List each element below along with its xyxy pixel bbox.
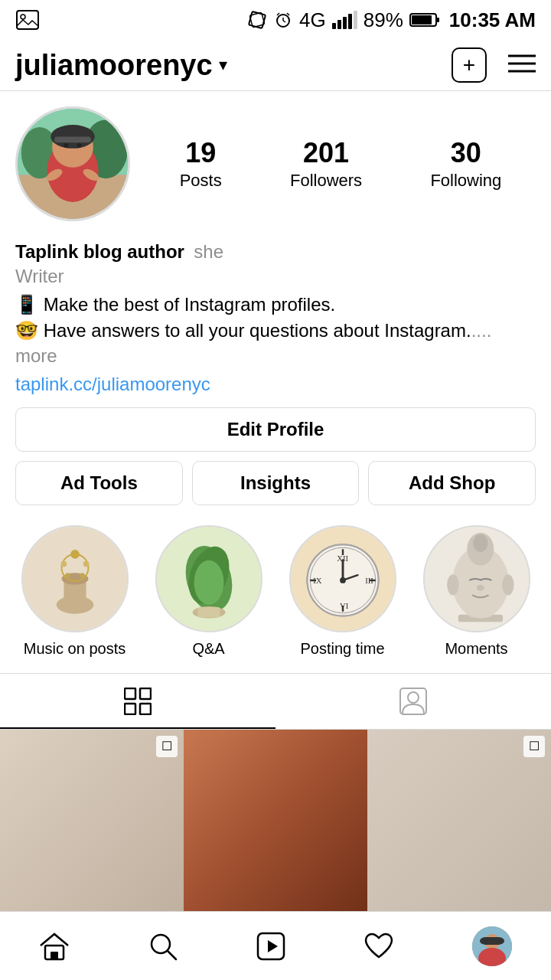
edit-profile-button[interactable]: Edit Profile <box>15 407 536 452</box>
plus-icon: + <box>463 53 475 77</box>
avatar[interactable] <box>15 106 130 221</box>
profile-section: 19 Posts 201 Followers 30 Following <box>0 91 551 241</box>
profile-stats: 19 Posts 201 Followers 30 Following <box>145 137 536 191</box>
bio-name-line: Taplink blog author she <box>15 241 536 263</box>
posts-label: Posts <box>180 171 222 191</box>
svg-rect-72 <box>125 704 135 714</box>
dropdown-arrow-icon[interactable]: ▾ <box>219 55 227 75</box>
svg-rect-71 <box>140 688 151 699</box>
svg-text:III: III <box>365 576 373 585</box>
svg-rect-24 <box>54 136 91 142</box>
alarm-icon <box>273 10 293 30</box>
svg-line-8 <box>287 13 289 15</box>
svg-line-6 <box>283 21 285 22</box>
status-left <box>15 9 40 31</box>
add-shop-button[interactable]: Add Shop <box>368 461 536 505</box>
bio-link[interactable]: taplink.cc/juliamoorenyc <box>15 374 536 395</box>
svg-point-43 <box>194 560 223 604</box>
grid-cell-3[interactable]: ☐ <box>367 730 551 913</box>
svg-line-7 <box>277 13 279 15</box>
svg-line-79 <box>168 951 176 959</box>
nav-avatar <box>472 926 512 966</box>
svg-point-25 <box>64 143 68 148</box>
highlight-label-music: Music on posts <box>24 640 126 658</box>
tab-grid[interactable] <box>0 674 276 729</box>
bio-section: Taplink blog author she Writer 📱 Make th… <box>0 241 551 407</box>
svg-point-23 <box>51 125 95 149</box>
tab-tagged[interactable] <box>276 674 551 729</box>
network-label: 4G <box>299 8 326 32</box>
followers-stat[interactable]: 201 Followers <box>290 137 362 191</box>
nav-reels[interactable] <box>256 932 285 961</box>
username: juliamoorenyc <box>15 49 213 82</box>
highlight-posting-time[interactable]: XII VI III IX Posting time <box>283 525 402 658</box>
heart-icon <box>364 933 393 960</box>
grid-cell-2[interactable] <box>184 730 367 913</box>
following-stat[interactable]: 30 Following <box>430 137 501 191</box>
svg-rect-73 <box>140 704 151 714</box>
header: juliamoorenyc ▾ + <box>0 40 551 91</box>
highlight-moments[interactable]: Moments <box>417 525 536 658</box>
nav-likes[interactable] <box>364 933 393 960</box>
secondary-buttons-row: Ad Tools Insights Add Shop <box>15 461 536 505</box>
highlight-circle-moments <box>423 525 530 632</box>
svg-point-36 <box>83 560 89 567</box>
following-label: Following <box>430 171 501 191</box>
svg-text:IX: IX <box>313 576 322 585</box>
ad-tools-button[interactable]: Ad Tools <box>15 461 183 505</box>
bio-text: 📱 Make the best of Instagram profiles. 🤓… <box>15 292 536 369</box>
bio-pronoun: she <box>194 241 223 262</box>
svg-point-69 <box>502 574 514 595</box>
insights-button[interactable]: Insights <box>192 461 360 505</box>
highlight-circle-qa <box>155 525 262 632</box>
followers-count: 201 <box>303 137 349 169</box>
rotate-icon <box>247 10 267 30</box>
highlight-music-on-posts[interactable]: Music on posts <box>15 525 134 658</box>
menu-button[interactable] <box>508 51 536 80</box>
svg-point-67 <box>477 585 484 591</box>
nav-profile[interactable] <box>472 926 512 966</box>
highlights-row: Music on posts Q&A <box>0 518 551 673</box>
highlight-qa[interactable]: Q&A <box>149 525 268 658</box>
highlight-label-posting-time: Posting time <box>300 640 384 658</box>
tab-bar <box>0 673 551 730</box>
more-link[interactable]: more <box>15 345 57 366</box>
highlight-circle-music <box>21 525 129 632</box>
hamburger-icon <box>508 53 536 74</box>
svg-point-38 <box>80 573 84 577</box>
svg-point-35 <box>60 560 67 567</box>
search-icon <box>148 932 178 961</box>
svg-point-66 <box>473 534 487 551</box>
username-row[interactable]: juliamoorenyc ▾ <box>15 49 227 82</box>
status-bar: 4G 89% 10:35 AM <box>0 0 551 40</box>
nav-search[interactable] <box>148 932 178 961</box>
svg-point-1 <box>21 15 25 19</box>
grid-icon <box>124 688 152 715</box>
svg-text:VI: VI <box>340 601 349 610</box>
svg-rect-85 <box>480 937 504 945</box>
status-time: 10:35 AM <box>449 8 536 32</box>
signal-bars <box>332 11 357 29</box>
followers-label: Followers <box>290 171 362 191</box>
bio-display-name: Taplink blog author <box>15 241 184 262</box>
svg-rect-77 <box>51 952 58 959</box>
person-tag-icon <box>399 688 427 715</box>
add-post-button[interactable]: + <box>452 47 487 83</box>
bio-more: .... more <box>15 320 491 367</box>
bottom-nav <box>0 911 551 980</box>
nav-home[interactable] <box>39 932 70 961</box>
profile-top: 19 Posts 201 Followers 30 Following <box>15 106 536 221</box>
svg-point-34 <box>70 550 80 559</box>
highlight-label-moments: Moments <box>445 640 507 658</box>
header-icons: + <box>452 47 536 83</box>
svg-point-68 <box>447 574 459 595</box>
svg-point-37 <box>65 573 70 577</box>
highlight-label-qa: Q&A <box>192 640 224 658</box>
battery-percent: 89% <box>364 8 403 32</box>
grid-cell-1[interactable]: ☐ <box>0 730 184 913</box>
svg-rect-10 <box>412 15 432 24</box>
svg-rect-3 <box>249 12 265 28</box>
highlight-circle-posting-time: XII VI III IX <box>289 525 396 632</box>
home-icon <box>39 932 70 961</box>
posts-stat[interactable]: 19 Posts <box>180 137 222 191</box>
